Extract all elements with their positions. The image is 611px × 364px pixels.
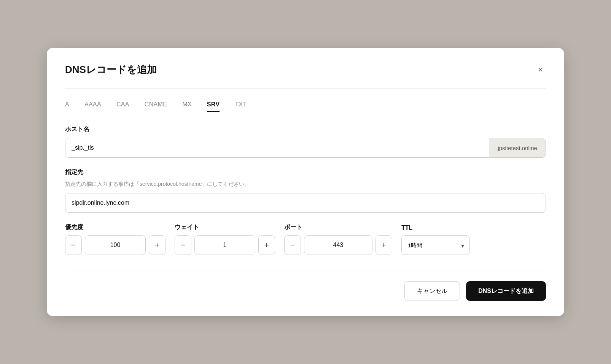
priority-group: 優先度 − +	[65, 223, 165, 255]
hostname-input[interactable]	[65, 138, 489, 157]
priority-input[interactable]	[85, 235, 146, 255]
weight-increment-button[interactable]: +	[258, 235, 275, 255]
tab-CAA[interactable]: CAA	[116, 101, 129, 112]
numeric-row: 優先度 − + ウェイト − + ポート −	[65, 223, 546, 255]
tab-CNAME[interactable]: CNAME	[145, 101, 167, 112]
port-stepper: − +	[284, 235, 392, 255]
ttl-select-wrapper: 30分 1時間 2時間 4時間 8時間 12時間 1日 ▼	[401, 235, 470, 255]
port-input[interactable]	[304, 235, 372, 255]
ttl-group: TTL 30分 1時間 2時間 4時間 8時間 12時間 1日 ▼	[401, 225, 470, 255]
target-label: 指定先	[65, 168, 546, 176]
target-hint: 指定先の欄に入力する順序は「service.protocol.hostname」…	[65, 181, 546, 188]
ttl-label: TTL	[401, 225, 470, 231]
tab-MX[interactable]: MX	[182, 101, 192, 112]
priority-label: 優先度	[65, 223, 165, 231]
weight-input[interactable]	[194, 235, 255, 255]
header-divider	[65, 89, 546, 89]
tab-bar: A AAAA CAA CNAME MX SRV TXT	[65, 101, 546, 112]
priority-stepper: − +	[65, 235, 165, 255]
weight-decrement-button[interactable]: −	[175, 235, 191, 255]
cancel-button[interactable]: キャンセル	[404, 281, 460, 301]
close-button[interactable]: ×	[535, 64, 546, 76]
modal-dialog: DNSレコードを追加 × A AAAA CAA CNAME MX SRV TXT…	[47, 48, 564, 316]
target-section: 指定先 指定先の欄に入力する順序は「service.protocol.hostn…	[65, 168, 546, 213]
port-group: ポート − +	[284, 223, 392, 255]
hostname-suffix: .jpsitetest.online.	[489, 138, 546, 157]
modal-overlay: DNSレコードを追加 × A AAAA CAA CNAME MX SRV TXT…	[0, 0, 611, 364]
priority-increment-button[interactable]: +	[149, 235, 165, 255]
weight-group: ウェイト − +	[175, 223, 275, 255]
port-increment-button[interactable]: +	[376, 235, 392, 255]
tab-AAAA[interactable]: AAAA	[84, 101, 101, 112]
priority-decrement-button[interactable]: −	[65, 235, 82, 255]
modal-title: DNSレコードを追加	[65, 63, 157, 76]
submit-button[interactable]: DNSレコードを追加	[466, 281, 546, 301]
ttl-select[interactable]: 30分 1時間 2時間 4時間 8時間 12時間 1日	[401, 235, 470, 255]
port-decrement-button[interactable]: −	[284, 235, 301, 255]
tab-A[interactable]: A	[65, 101, 69, 112]
modal-footer: キャンセル DNSレコードを追加	[65, 272, 546, 301]
tab-TXT[interactable]: TXT	[235, 101, 247, 112]
weight-stepper: − +	[175, 235, 275, 255]
port-label: ポート	[284, 223, 392, 231]
modal-header: DNSレコードを追加 ×	[65, 63, 546, 76]
hostname-section: ホスト名 .jpsitetest.online.	[65, 125, 546, 158]
tab-SRV[interactable]: SRV	[207, 101, 220, 112]
hostname-label: ホスト名	[65, 125, 546, 133]
target-input[interactable]	[65, 193, 546, 213]
weight-label: ウェイト	[175, 223, 275, 231]
hostname-input-wrapper: .jpsitetest.online.	[65, 138, 546, 158]
